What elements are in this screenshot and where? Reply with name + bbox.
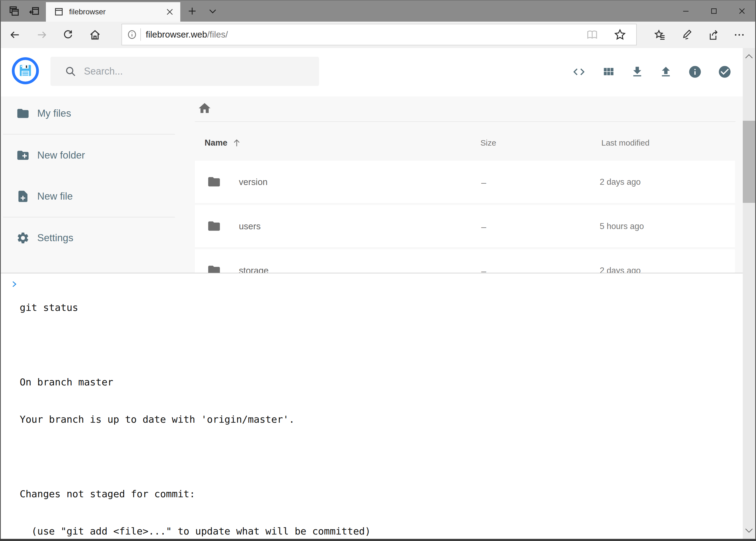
file-modified: 5 hours ago: [600, 222, 644, 231]
new-tab-button[interactable]: [184, 1, 200, 22]
window-controls: [672, 1, 756, 22]
browser-tab[interactable]: filebrowser: [46, 2, 180, 22]
tab-preview-button[interactable]: [6, 1, 22, 22]
column-header-modified[interactable]: Last modified: [601, 135, 649, 151]
select-multiple-button[interactable]: [712, 59, 738, 85]
file-row-storage[interactable]: storage – 2 days ago: [195, 249, 735, 273]
close-tab-icon[interactable]: [165, 7, 174, 16]
file-name: users: [239, 221, 261, 232]
app-content: My files New folder New file Settings: [1, 96, 743, 273]
chevron-up-icon: [744, 53, 754, 59]
forward-button[interactable]: [31, 22, 53, 48]
tab-title: filebrowser: [69, 8, 106, 16]
window-border-bottom: [0, 539, 756, 541]
download-button[interactable]: [624, 59, 650, 85]
home-breadcrumb-icon: [197, 101, 212, 115]
scrollbar-up-button[interactable]: [743, 51, 755, 62]
reading-view-icon[interactable]: [586, 28, 599, 41]
breadcrumb-divider: [195, 121, 735, 122]
annotate-pen-icon: [680, 29, 692, 41]
sidebar-divider: [3, 217, 175, 218]
search-box[interactable]: [51, 57, 319, 86]
site-info-icon[interactable]: [126, 29, 137, 40]
file-modified: 2 days ago: [600, 266, 641, 273]
favorite-star-icon[interactable]: [614, 28, 627, 41]
grid-view-icon: [602, 65, 615, 79]
set-tabs-aside-icon: [28, 5, 40, 17]
close-window-button[interactable]: [728, 1, 756, 22]
tab-preview-icon: [8, 5, 20, 17]
search-input[interactable]: [84, 65, 300, 77]
set-tabs-aside-button[interactable]: [26, 1, 42, 22]
more-options-button[interactable]: [726, 22, 752, 48]
column-name-label: Name: [205, 138, 227, 148]
refresh-button[interactable]: [57, 22, 79, 48]
file-list: version – 2 days ago users – 5 hours ago…: [195, 161, 735, 273]
forward-icon: [36, 29, 48, 41]
address-bar[interactable]: filebrowser.web/files/: [122, 24, 637, 45]
filebrowser-logo[interactable]: [12, 57, 39, 84]
share-button[interactable]: [700, 22, 726, 48]
select-check-icon: [718, 65, 732, 79]
annotate-button[interactable]: [673, 22, 700, 48]
folder-plus-icon: [16, 149, 30, 162]
folder-icon: [207, 219, 221, 233]
hub-favorites-icon: [654, 29, 666, 41]
file-row-version[interactable]: version – 2 days ago: [195, 161, 735, 203]
info-button[interactable]: [682, 59, 708, 85]
home-button[interactable]: [84, 22, 106, 48]
titlebar: filebrowser: [0, 1, 756, 22]
sidebar-item-my-files[interactable]: My files: [1, 101, 174, 126]
toolbar-actions: [647, 22, 752, 48]
sort-ascending-icon: [232, 138, 242, 148]
terminal-line: [20, 450, 459, 463]
column-size-label: Size: [480, 138, 496, 148]
file-row-users[interactable]: users – 5 hours ago: [195, 205, 735, 247]
maximize-icon: [710, 7, 718, 15]
column-header-name[interactable]: Name: [205, 135, 242, 151]
sidebar-label: Settings: [37, 232, 74, 244]
tab-favicon: [54, 6, 64, 17]
share-icon: [707, 29, 719, 41]
hub-favorites-button[interactable]: [647, 22, 673, 48]
minimize-button[interactable]: [672, 1, 700, 22]
raw-editor-button[interactable]: [566, 59, 592, 85]
back-button[interactable]: [4, 22, 26, 48]
grid-view-button[interactable]: [596, 59, 621, 85]
folder-icon: [207, 175, 221, 189]
sidebar-item-new-folder[interactable]: New folder: [1, 142, 174, 168]
file-name: version: [239, 177, 267, 187]
breadcrumb-home-button[interactable]: [197, 101, 212, 116]
gear-icon: [16, 231, 30, 245]
sidebar-divider: [3, 134, 175, 135]
maximize-button[interactable]: [700, 1, 728, 22]
file-plus-icon: [16, 190, 30, 203]
tab-list-button[interactable]: [205, 1, 221, 22]
minimize-icon: [682, 7, 690, 15]
sidebar-item-new-file[interactable]: New file: [1, 184, 174, 209]
terminal-output: git status On branch master Your branch …: [20, 276, 459, 541]
terminal-line: On branch master: [20, 376, 459, 388]
browser-toolbar: filebrowser.web/files/: [1, 22, 755, 48]
page-scrollbar[interactable]: [743, 48, 755, 539]
window-border-left: [0, 1, 1, 539]
tab-list-chevron-icon: [207, 6, 218, 16]
sidebar-item-settings[interactable]: Settings: [1, 225, 174, 251]
upload-icon: [659, 65, 672, 79]
chevron-down-icon: [744, 528, 754, 534]
floppy-disk-icon: [18, 64, 32, 78]
info-icon: [688, 65, 702, 79]
upload-button[interactable]: [653, 59, 679, 85]
terminal-line: Changes not staged for commit:: [20, 488, 459, 500]
folder-icon: [207, 264, 221, 273]
scrollbar-thumb[interactable]: [743, 121, 755, 203]
column-header-size[interactable]: Size: [480, 135, 496, 151]
browser-window: filebrowser: [0, 0, 756, 541]
new-tab-icon: [187, 6, 197, 16]
code-icon: [572, 65, 586, 79]
terminal-command: git status: [20, 301, 459, 314]
terminal-panel[interactable]: git status On branch master Your branch …: [1, 273, 743, 539]
sidebar-label: New file: [37, 191, 73, 202]
scrollbar-down-button[interactable]: [743, 525, 755, 536]
search-icon: [65, 65, 76, 77]
